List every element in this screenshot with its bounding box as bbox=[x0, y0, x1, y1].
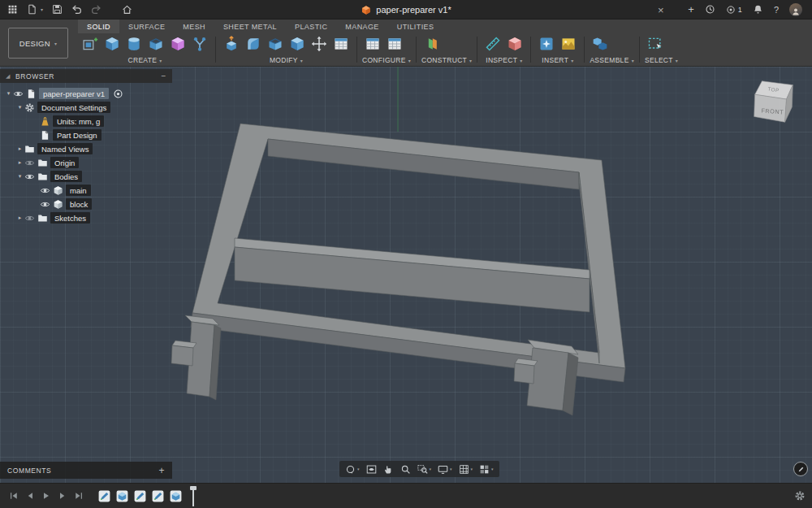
move-copy-button[interactable] bbox=[309, 33, 330, 54]
tree-item-named-views[interactable]: ▸ Named Views bbox=[0, 142, 172, 155]
browser-minimize-button[interactable]: − bbox=[162, 72, 166, 80]
cylinder-button[interactable] bbox=[123, 33, 145, 54]
pan-button[interactable] bbox=[383, 464, 394, 475]
combine-button[interactable] bbox=[287, 33, 308, 54]
model-viewport[interactable]: TOP FRONT ◢ BROWSER − ▾ paper-preparer v… bbox=[0, 67, 812, 483]
display-settings-button[interactable]: ▾ bbox=[438, 464, 452, 475]
viewcube[interactable]: TOP FRONT bbox=[745, 73, 801, 128]
insert-canvas-button[interactable] bbox=[558, 33, 579, 54]
tree-item-origin[interactable]: ▸ Origin bbox=[0, 156, 172, 169]
grid-settings-button[interactable]: ▾ bbox=[459, 464, 473, 475]
workspace-switcher-button[interactable]: DESIGN ▾ bbox=[8, 28, 68, 59]
file-menu-caret-icon[interactable]: ▾ bbox=[41, 7, 43, 12]
measure-button[interactable] bbox=[482, 33, 503, 54]
assemble-menu[interactable]: ASSEMBLE▾ bbox=[590, 54, 634, 66]
timeline-feature-extrude[interactable] bbox=[115, 489, 129, 503]
box-button[interactable] bbox=[102, 33, 123, 54]
browser-header[interactable]: ◢ BROWSER − bbox=[0, 69, 172, 83]
collapse-arrow-icon[interactable]: ▸ bbox=[15, 145, 24, 152]
construct-plane-button[interactable] bbox=[421, 33, 443, 54]
press-pull-button[interactable] bbox=[221, 33, 242, 54]
select-button[interactable] bbox=[645, 33, 666, 54]
expand-arrow-icon[interactable]: ▾ bbox=[15, 173, 24, 180]
tab-utilities[interactable]: UTILITIES bbox=[388, 20, 443, 33]
visibility-eye-icon[interactable] bbox=[24, 213, 35, 224]
comments-bar[interactable]: COMMENTS + bbox=[0, 462, 172, 479]
tree-item-part-design[interactable]: Part Design bbox=[0, 128, 172, 141]
user-avatar[interactable] bbox=[789, 3, 802, 16]
modify-menu[interactable]: MODIFY▾ bbox=[221, 54, 352, 66]
step-forward-button[interactable] bbox=[55, 489, 69, 503]
collapse-arrow-icon[interactable]: ▸ bbox=[15, 159, 24, 166]
create-menu[interactable]: CREATE▾ bbox=[80, 54, 210, 66]
document-close-button[interactable]: × bbox=[658, 0, 664, 20]
notifications-bell-icon[interactable] bbox=[753, 4, 763, 15]
tab-plastic[interactable]: PLASTIC bbox=[286, 20, 336, 33]
timeline-feature-sketch[interactable] bbox=[133, 489, 147, 503]
zoom-window-button[interactable]: ▾ bbox=[417, 464, 432, 475]
collapse-arrow-icon[interactable]: ▸ bbox=[15, 215, 24, 221]
viewcube-front-label[interactable]: FRONT bbox=[761, 107, 784, 116]
configuration-table-button[interactable] bbox=[384, 33, 405, 54]
feedback-bubble-button[interactable] bbox=[793, 462, 808, 476]
tab-sheet-metal[interactable]: SHEET METAL bbox=[214, 20, 286, 33]
viewports-button[interactable]: ▾ bbox=[479, 464, 494, 475]
tree-item-body-main[interactable]: main bbox=[0, 184, 172, 197]
file-menu-icon[interactable] bbox=[27, 4, 37, 15]
change-parameters-button[interactable] bbox=[330, 33, 352, 54]
create-sketch-button[interactable] bbox=[80, 33, 101, 54]
timeline-settings-gear-icon[interactable] bbox=[794, 490, 806, 501]
orbit-button[interactable]: ▾ bbox=[345, 464, 360, 475]
add-comment-button[interactable]: + bbox=[158, 465, 165, 476]
expand-arrow-icon[interactable]: ▾ bbox=[4, 90, 13, 97]
redo-icon[interactable] bbox=[91, 4, 102, 15]
tree-item-sketches[interactable]: ▸ Sketches bbox=[0, 211, 172, 224]
assemble-button[interactable] bbox=[590, 33, 611, 54]
step-back-button[interactable] bbox=[23, 489, 37, 503]
tab-manage[interactable]: MANAGE bbox=[336, 20, 387, 33]
tree-item-body-block[interactable]: block bbox=[0, 198, 172, 211]
insert-menu[interactable]: INSERT▾ bbox=[536, 54, 579, 66]
shell-button[interactable] bbox=[265, 33, 286, 54]
go-to-end-button[interactable] bbox=[71, 489, 85, 503]
help-button[interactable]: ? bbox=[774, 5, 779, 15]
configure-menu[interactable]: CONFIGURE▾ bbox=[362, 54, 411, 66]
section-analysis-button[interactable] bbox=[504, 33, 525, 54]
tab-surface[interactable]: SURFACE bbox=[119, 20, 174, 33]
tree-item-bodies[interactable]: ▾ Bodies bbox=[0, 170, 172, 183]
home-icon[interactable] bbox=[122, 4, 132, 15]
create-form-button[interactable] bbox=[167, 33, 188, 54]
expand-arrow-icon[interactable]: ▾ bbox=[15, 104, 24, 111]
save-icon[interactable] bbox=[52, 4, 63, 15]
apps-grid-icon[interactable] bbox=[7, 4, 18, 15]
zoom-button[interactable] bbox=[400, 464, 411, 475]
visibility-eye-icon[interactable] bbox=[40, 199, 50, 210]
visibility-eye-icon[interactable] bbox=[24, 172, 35, 182]
tree-item-document-settings[interactable]: ▾ Document Settings bbox=[0, 101, 172, 114]
configure-button[interactable] bbox=[362, 33, 383, 54]
fillet-button[interactable] bbox=[243, 33, 264, 54]
job-status-clock-icon[interactable] bbox=[705, 4, 715, 15]
tree-item-root-component[interactable]: ▾ paper-preparer v1 bbox=[0, 87, 172, 100]
tab-solid[interactable]: SOLID bbox=[78, 20, 119, 33]
go-to-start-button[interactable] bbox=[6, 489, 20, 503]
visibility-eye-icon[interactable] bbox=[24, 158, 35, 168]
select-menu[interactable]: SELECT▾ bbox=[645, 54, 678, 66]
timeline-feature-sketch[interactable] bbox=[97, 489, 111, 503]
tree-item-units[interactable]: Units: mm, g bbox=[0, 115, 172, 128]
inspect-menu[interactable]: INSPECT▾ bbox=[482, 54, 525, 66]
undo-icon[interactable] bbox=[71, 4, 82, 15]
document-tab[interactable]: paper-preparer v1* bbox=[361, 0, 451, 20]
pattern-button[interactable] bbox=[189, 33, 210, 54]
visibility-eye-icon[interactable] bbox=[40, 185, 50, 196]
sweep-button[interactable] bbox=[145, 33, 166, 54]
job-counter[interactable]: 1 bbox=[726, 5, 742, 15]
timeline-feature-extrude[interactable] bbox=[169, 489, 183, 503]
tab-mesh[interactable]: MESH bbox=[174, 20, 214, 33]
look-at-button[interactable] bbox=[366, 464, 377, 475]
play-button[interactable] bbox=[39, 489, 53, 503]
timeline-playhead[interactable] bbox=[189, 486, 197, 506]
insert-button[interactable] bbox=[536, 33, 557, 54]
timeline-feature-sketch[interactable] bbox=[151, 489, 165, 503]
extensions-plus-icon[interactable]: + bbox=[688, 3, 694, 15]
